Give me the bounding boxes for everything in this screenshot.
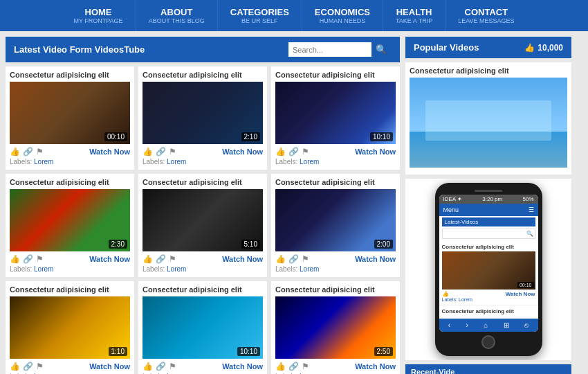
- phone-mockup-container: IDEA ✦ 3:20 pm 50% Menu ☰ Latest-Videos: [405, 179, 571, 360]
- watch-now-5[interactable]: Watch Now: [222, 255, 263, 263]
- video-thumb-7: 1:10: [10, 296, 130, 359]
- labels-5: Labels: Lorem: [143, 265, 263, 273]
- video-card-1: Consectetur adipisicing elit 00:10 👍 🔗 ⚑…: [6, 66, 134, 170]
- phone-battery: 50%: [522, 196, 533, 202]
- like-count-value: 10,000: [538, 43, 563, 53]
- watch-now-6[interactable]: Watch Now: [355, 255, 396, 263]
- phone-watch-now[interactable]: Watch Now: [506, 291, 535, 297]
- video-title-1: Consectetur adipisicing elit: [10, 71, 130, 79]
- watch-now-2[interactable]: Watch Now: [222, 148, 263, 156]
- phone-home-icon[interactable]: ⌂: [484, 321, 488, 329]
- phone-status-bar: IDEA ✦ 3:20 pm 50%: [439, 195, 538, 204]
- link-icon-6[interactable]: 🔗: [288, 254, 299, 264]
- phone-label-link[interactable]: Lorem: [459, 297, 472, 302]
- video-title-3: Consectetur adipisicing elit: [275, 71, 396, 79]
- link-icon-3[interactable]: 🔗: [288, 147, 299, 157]
- video-icons-8: 👍 🔗 ⚑: [143, 362, 176, 371]
- nav-about[interactable]: ABOUT ABOUT THIS BLOG: [136, 0, 218, 31]
- search-button[interactable]: 🔍: [371, 42, 392, 57]
- watch-now-7[interactable]: Watch Now: [89, 362, 130, 371]
- nav-home-label: HOME: [73, 7, 122, 17]
- link-icon-9[interactable]: 🔗: [288, 362, 299, 371]
- flag-icon-2[interactable]: ⚑: [169, 147, 176, 157]
- video-icons-9: 👍 🔗 ⚑: [275, 362, 309, 371]
- nav-contact-sub: LEAVE MESSAGES: [458, 17, 514, 24]
- link-icon-2[interactable]: 🔗: [156, 147, 166, 157]
- video-thumb-9: 2:50: [275, 296, 396, 359]
- phone-hamburger-icon[interactable]: ☰: [529, 206, 534, 213]
- watch-now-9[interactable]: Watch Now: [355, 362, 396, 371]
- phone-nav: Menu ☰: [439, 204, 538, 216]
- watch-now-8[interactable]: Watch Now: [222, 362, 263, 371]
- video-card-2: Consectetur adipisicing elit 2:10 👍 🔗 ⚑ …: [138, 66, 267, 170]
- video-title-2: Consectetur adipisicing elit: [143, 71, 263, 79]
- phone-like-icon[interactable]: 👍: [442, 291, 449, 297]
- like-icon-1[interactable]: 👍: [10, 147, 20, 157]
- flag-icon-8[interactable]: ⚑: [169, 362, 176, 371]
- phone-screen: IDEA ✦ 3:20 pm 50% Menu ☰ Latest-Videos: [439, 195, 538, 332]
- phone-share-icon[interactable]: ⎋: [524, 321, 529, 329]
- phone-back-icon[interactable]: ‹: [448, 321, 450, 329]
- watch-now-4[interactable]: Watch Now: [89, 255, 130, 263]
- phone-forward-icon[interactable]: ›: [466, 321, 468, 329]
- phone-search-input[interactable]: [444, 231, 526, 237]
- video-icons-1: 👍 🔗 ⚑: [10, 147, 44, 157]
- nav-categories[interactable]: CATEGORIES BE UR SELF: [218, 0, 302, 31]
- video-actions-7: 👍 🔗 ⚑ Watch Now: [10, 362, 130, 371]
- like-icon-7[interactable]: 👍: [10, 362, 20, 371]
- nav-economics[interactable]: ECONOMICS HUMAN NEEDS: [302, 0, 383, 31]
- flag-icon-3[interactable]: ⚑: [302, 147, 309, 157]
- label-link-4[interactable]: Lorem: [34, 265, 53, 273]
- label-link-2[interactable]: Lorem: [167, 158, 186, 166]
- nav-contact[interactable]: CONTACT LEAVE MESSAGES: [445, 0, 526, 31]
- like-icon-6[interactable]: 👍: [275, 254, 286, 264]
- label-link-5[interactable]: Lorem: [167, 265, 186, 273]
- phone-carrier: IDEA ✦: [443, 196, 462, 202]
- watch-now-3[interactable]: Watch Now: [355, 148, 396, 156]
- flag-icon-4[interactable]: ⚑: [36, 254, 44, 264]
- nav-home[interactable]: HOME MY FRONTPAGE: [61, 0, 136, 31]
- video-icons-7: 👍 🔗 ⚑: [10, 362, 44, 371]
- like-icon-4[interactable]: 👍: [10, 254, 20, 264]
- like-icon-8[interactable]: 👍: [143, 362, 153, 371]
- phone-bookmark-icon[interactable]: ⊞: [504, 321, 509, 329]
- labels-4: Labels: Lorem: [10, 265, 130, 273]
- popular-header: Popular Videos 👍 10,000: [405, 37, 571, 58]
- flag-icon-5[interactable]: ⚑: [169, 254, 176, 264]
- nav-health[interactable]: HEALTH TAKE A TRIP: [383, 0, 445, 31]
- phone-home-button[interactable]: [481, 335, 495, 349]
- videos-section-header: Latest Video Form VideosTube 🔍: [6, 37, 400, 62]
- main-nav: HOME MY FRONTPAGE ABOUT ABOUT THIS BLOG …: [0, 0, 588, 31]
- flag-icon-7[interactable]: ⚑: [36, 362, 44, 371]
- like-count-section: 👍 10,000: [524, 43, 563, 53]
- link-icon-8[interactable]: 🔗: [156, 362, 166, 371]
- label-link-1[interactable]: Lorem: [34, 158, 53, 166]
- like-icon-2[interactable]: 👍: [143, 147, 153, 157]
- nav-categories-label: CATEGORIES: [230, 7, 289, 17]
- flag-icon-1[interactable]: ⚑: [36, 147, 44, 157]
- left-column: Latest Video Form VideosTube 🔍 Consectet…: [6, 37, 400, 374]
- label-link-6[interactable]: Lorem: [300, 265, 319, 273]
- phone-section-label: Latest-Videos: [442, 217, 535, 226]
- nav-economics-label: ECONOMICS: [315, 7, 370, 17]
- labels-1: Labels: Lorem: [10, 158, 130, 166]
- phone-speaker: [475, 190, 502, 192]
- like-icon-3[interactable]: 👍: [275, 147, 286, 157]
- video-card-7: Consectetur adipisicing elit 1:10 👍 🔗 ⚑ …: [6, 281, 134, 374]
- like-icon-9[interactable]: 👍: [275, 362, 286, 371]
- link-icon-7[interactable]: 🔗: [23, 362, 33, 371]
- flag-icon-9[interactable]: ⚑: [302, 362, 309, 371]
- nav-home-sub: MY FRONTPAGE: [73, 17, 122, 24]
- popular-video-card: Consectetur adipisicing elit: [405, 62, 571, 175]
- phone-menu-label: Menu: [443, 206, 459, 213]
- flag-icon-6[interactable]: ⚑: [302, 254, 309, 264]
- watch-now-1[interactable]: Watch Now: [89, 148, 130, 156]
- label-link-3[interactable]: Lorem: [300, 158, 319, 166]
- search-input[interactable]: [288, 44, 371, 56]
- link-icon-5[interactable]: 🔗: [156, 254, 166, 264]
- video-duration-2: 2:10: [241, 132, 260, 141]
- like-icon-5[interactable]: 👍: [143, 254, 153, 264]
- link-icon-1[interactable]: 🔗: [23, 147, 33, 157]
- phone-search-icon[interactable]: 🔍: [526, 231, 533, 237]
- link-icon-4[interactable]: 🔗: [23, 254, 33, 264]
